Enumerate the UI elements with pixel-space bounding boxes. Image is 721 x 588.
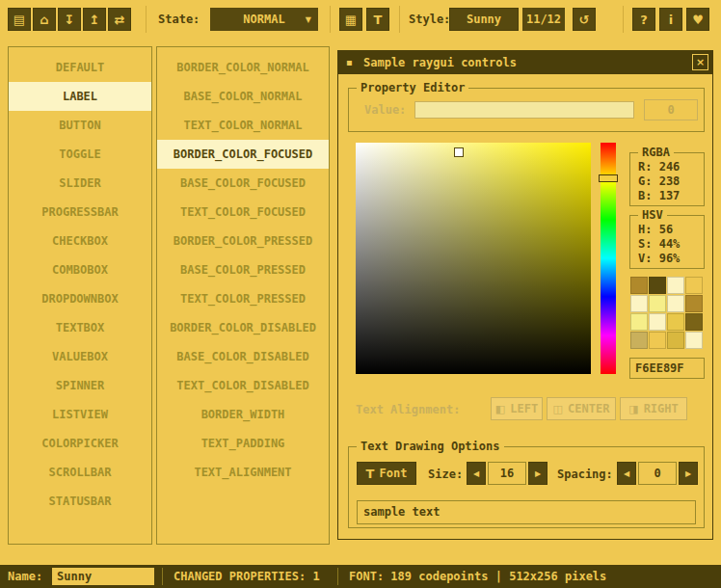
toolbar-divider xyxy=(330,6,331,33)
save-icon: ↧ xyxy=(65,13,75,27)
list-item-slider[interactable]: SLIDER xyxy=(9,169,151,198)
list-item-border_color_disabled[interactable]: BORDER_COLOR_DISABLED xyxy=(157,313,329,342)
sample-controls-window: ▪ Sample raygui controls × Property Edit… xyxy=(337,50,713,540)
list-item-base_color_pressed[interactable]: BASE_COLOR_PRESSED xyxy=(157,255,329,284)
list-item-border_color_pressed[interactable]: BORDER_COLOR_PRESSED xyxy=(157,227,329,255)
left-arrow-icon: ◀ xyxy=(473,469,479,478)
list-item-border_color_focused[interactable]: BORDER_COLOR_FOCUSED xyxy=(157,140,329,169)
color-swatch[interactable] xyxy=(667,277,684,294)
color-swatch[interactable] xyxy=(685,313,703,331)
file-new-icon: ▤ xyxy=(13,13,25,27)
hue-cursor[interactable] xyxy=(599,174,618,182)
color-swatch[interactable] xyxy=(630,277,648,294)
spacing-value[interactable]: 0 xyxy=(638,462,677,485)
list-item-text_color_pressed[interactable]: TEXT_COLOR_PRESSED xyxy=(157,284,329,313)
help-button[interactable]: ? xyxy=(632,8,655,31)
color-swatch[interactable] xyxy=(649,295,666,312)
list-item-button[interactable]: BUTTON xyxy=(9,111,151,140)
color-swatch[interactable] xyxy=(630,313,648,331)
list-item-toggle[interactable]: TOGGLE xyxy=(9,140,151,169)
shuffle-icon: ⇄ xyxy=(115,13,125,27)
list-item-colorpicker[interactable]: COLORPICKER xyxy=(9,429,151,458)
open-file-button[interactable]: ⌂ xyxy=(33,8,56,31)
align-center-button[interactable]: ◫ CENTER xyxy=(547,397,616,420)
list-item-listview[interactable]: LISTVIEW xyxy=(9,400,151,429)
hex-color-input[interactable]: F6EE89F xyxy=(629,358,705,379)
spacing-decrement-button[interactable]: ◀ xyxy=(617,462,636,485)
color-swatch[interactable] xyxy=(685,277,703,294)
list-item-text_alignment[interactable]: TEXT_ALIGNMENT xyxy=(157,458,329,487)
color-swatch[interactable] xyxy=(685,295,703,312)
list-item-textbox[interactable]: TEXTBOX xyxy=(9,313,151,342)
size-value[interactable]: 16 xyxy=(488,462,526,485)
list-item-checkbox[interactable]: CHECKBOX xyxy=(9,227,151,255)
window-icon: ▪ xyxy=(346,51,353,74)
style-name-label: Name: xyxy=(8,565,42,588)
window-title: Sample raygui controls xyxy=(363,51,517,74)
hsv-s-value: S: 44% xyxy=(630,237,704,252)
color-picker-cursor[interactable] xyxy=(454,147,464,157)
color-swatch[interactable] xyxy=(667,295,684,312)
align-left-button[interactable]: ◧ LEFT xyxy=(491,397,543,420)
color-swatch[interactable] xyxy=(667,313,684,331)
list-item-base_color_disabled[interactable]: BASE_COLOR_DISABLED xyxy=(157,342,329,371)
color-swatch[interactable] xyxy=(685,332,703,349)
list-item-text_color_normal[interactable]: TEXT_COLOR_NORMAL xyxy=(157,111,329,140)
rgba-g-value: G: 238 xyxy=(630,174,704,189)
list-item-base_color_focused[interactable]: BASE_COLOR_FOCUSED xyxy=(157,169,329,198)
value-slider[interactable] xyxy=(414,101,634,119)
list-item-text_color_disabled[interactable]: TEXT_COLOR_DISABLED xyxy=(157,371,329,400)
spacing-increment-button[interactable]: ▶ xyxy=(679,462,698,485)
list-item-scrollbar[interactable]: SCROLLBAR xyxy=(9,458,151,487)
list-item-statusbar[interactable]: STATUSBAR xyxy=(9,487,151,516)
align-right-button[interactable]: ◨ RIGHT xyxy=(620,397,687,420)
value-box[interactable]: 0 xyxy=(644,99,698,120)
list-item-base_color_normal[interactable]: BASE_COLOR_NORMAL xyxy=(157,82,329,111)
size-increment-button[interactable]: ▶ xyxy=(528,462,547,485)
list-item-combobox[interactable]: COMBOBOX xyxy=(9,255,151,284)
state-dropdown[interactable]: NORMAL ▼ xyxy=(210,8,318,31)
sponsor-button[interactable]: ♥ xyxy=(686,8,709,31)
font-atlas-button[interactable]: T xyxy=(366,8,389,31)
color-swatch[interactable] xyxy=(649,277,666,294)
color-swatch[interactable] xyxy=(649,332,666,349)
list-item-border_color_normal[interactable]: BORDER_COLOR_NORMAL xyxy=(157,53,329,82)
color-swatch[interactable] xyxy=(649,313,666,331)
style-select-button[interactable]: Sunny xyxy=(449,8,519,31)
color-swatch[interactable] xyxy=(630,295,648,312)
list-item-border_width[interactable]: BORDER_WIDTH xyxy=(157,400,329,429)
style-label: Style: xyxy=(409,0,450,39)
export-file-button[interactable]: ↥ xyxy=(83,8,106,31)
toolbar-divider xyxy=(146,6,147,33)
style-table-button[interactable]: ▦ xyxy=(339,8,362,31)
list-item-text_color_focused[interactable]: TEXT_COLOR_FOCUSED xyxy=(157,198,329,227)
reload-style-button[interactable]: ↺ xyxy=(573,8,596,31)
size-decrement-button[interactable]: ◀ xyxy=(467,462,486,485)
font-button[interactable]: T Font xyxy=(357,462,416,485)
list-item-progressbar[interactable]: PROGRESSBAR xyxy=(9,198,151,227)
list-item-valuebox[interactable]: VALUEBOX xyxy=(9,342,151,371)
info-button[interactable]: i xyxy=(659,8,682,31)
close-button[interactable]: × xyxy=(692,54,708,70)
rguistyler-app: ▤ ⌂ ↧ ↥ ⇄ State: NORMAL ▼ ▦ T Style: Sun… xyxy=(0,0,721,588)
spacing-spinner: ◀ 0 ▶ xyxy=(617,462,698,485)
window-titlebar[interactable]: ▪ Sample raygui controls × xyxy=(338,51,712,74)
spacing-label: Spacing: xyxy=(557,468,613,481)
font-info-status: FONT: 189 codepoints | 512x256 pixels xyxy=(349,565,606,588)
list-item-spinner[interactable]: SPINNER xyxy=(9,371,151,400)
list-item-text_padding[interactable]: TEXT_PADDING xyxy=(157,429,329,458)
hsv-label: HSV xyxy=(638,209,667,222)
list-item-default[interactable]: DEFAULT xyxy=(9,53,151,82)
random-style-button[interactable]: ⇄ xyxy=(108,8,131,31)
list-item-label[interactable]: LABEL xyxy=(9,82,151,111)
sample-text-input[interactable]: sample text xyxy=(357,500,696,524)
hue-bar[interactable] xyxy=(601,143,616,374)
color-picker-panel[interactable] xyxy=(356,143,591,374)
style-name-input[interactable]: Sunny xyxy=(52,568,154,585)
save-file-button[interactable]: ↧ xyxy=(58,8,81,31)
new-file-button[interactable]: ▤ xyxy=(8,8,31,31)
color-swatch[interactable] xyxy=(630,332,648,349)
list-item-dropdownbox[interactable]: DROPDOWNBOX xyxy=(9,284,151,313)
color-swatch[interactable] xyxy=(667,332,684,349)
style-counter: 11/12 xyxy=(522,8,565,31)
